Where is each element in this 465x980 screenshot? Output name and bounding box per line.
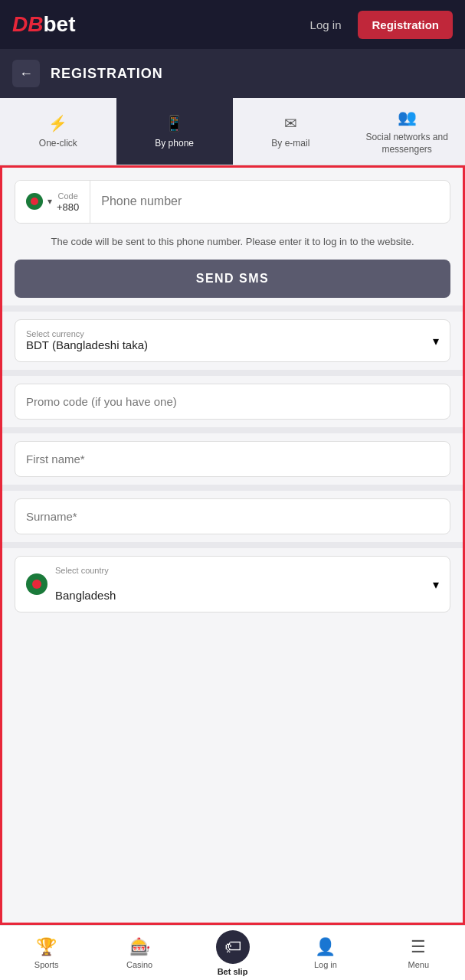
registration-form: ▾ Code +880 The code will be sent to thi…	[0, 165, 465, 925]
registration-button[interactable]: Registration	[358, 11, 453, 39]
nav-login[interactable]: 👤 Log in	[279, 926, 372, 980]
bottom-nav: 🏆 Sports 🎰 Casino 🏷 Bet slip 👤 Log in ☰ …	[0, 925, 465, 980]
tab-social[interactable]: 👥 Social networks and messengers	[349, 98, 465, 165]
divider-1	[2, 305, 463, 312]
phone-input[interactable]	[90, 181, 450, 223]
login-button[interactable]: Log in	[301, 14, 351, 36]
phone-row: ▾ Code +880	[15, 180, 450, 224]
currency-chevron-icon: ▾	[433, 334, 439, 348]
country-select[interactable]: Select country Bangladesh ▾	[15, 556, 450, 612]
surname-input[interactable]	[15, 498, 450, 534]
menu-icon: ☰	[411, 937, 426, 957]
page-title: REGISTRATION	[51, 66, 163, 82]
nav-casino-label: Casino	[126, 960, 152, 969]
casino-icon: 🎰	[129, 937, 150, 957]
nav-bet-slip-label: Bet slip	[218, 967, 248, 976]
country-code-value: +880	[57, 201, 79, 213]
bet-slip-icon: 🏷	[224, 937, 241, 957]
code-label: Code	[58, 191, 78, 201]
send-sms-button[interactable]: SEND SMS	[15, 260, 450, 298]
divider-2	[2, 370, 463, 376]
tab-by-phone[interactable]: 📱 By phone	[116, 98, 233, 165]
currency-select[interactable]: Select currency BDT (Bangladeshi taka) ▾	[15, 319, 450, 362]
logo-bet: bet	[43, 12, 75, 37]
bangladesh-flag	[26, 193, 43, 210]
header-actions: Log in Registration	[301, 11, 453, 39]
email-icon: ✉	[284, 113, 297, 133]
phone-icon: 📱	[165, 113, 184, 133]
lightning-icon: ⚡	[48, 113, 67, 133]
country-label: Select country	[55, 566, 425, 575]
user-icon: 👤	[315, 937, 336, 957]
nav-sports[interactable]: 🏆 Sports	[0, 926, 93, 980]
nav-sports-label: Sports	[34, 960, 59, 969]
logo-db: DB	[12, 12, 43, 37]
first-name-input[interactable]	[15, 441, 450, 477]
nav-menu[interactable]: ☰ Menu	[372, 926, 465, 980]
nav-login-label: Log in	[314, 960, 337, 969]
header: DBbet Log in Registration	[0, 0, 465, 49]
currency-value: BDT (Bangladeshi taka)	[26, 338, 148, 351]
sms-hint-text: The code will be sent to this phone numb…	[15, 231, 450, 253]
chevron-down-icon: ▾	[47, 196, 52, 207]
registration-title-bar: ← REGISTRATION	[0, 49, 465, 98]
nav-bet-slip[interactable]: 🏷 Bet slip	[186, 926, 279, 980]
trophy-icon: 🏆	[36, 937, 57, 957]
country-code-button[interactable]: ▾ Code +880	[15, 181, 90, 223]
promo-code-input[interactable]	[15, 384, 450, 420]
logo: DBbet	[12, 12, 75, 37]
tab-by-phone-label: By phone	[155, 138, 194, 150]
country-value: Bangladesh	[55, 589, 116, 602]
divider-5	[2, 542, 463, 548]
tab-bar: ⚡ One-click 📱 By phone ✉ By e-mail 👥 Soc…	[0, 98, 465, 165]
social-icon: 👥	[398, 107, 417, 127]
divider-3	[2, 427, 463, 433]
tab-by-email-label: By e-mail	[271, 138, 309, 150]
divider-4	[2, 485, 463, 491]
back-button[interactable]: ←	[12, 60, 40, 87]
tab-one-click[interactable]: ⚡ One-click	[0, 98, 116, 165]
nav-menu-label: Menu	[408, 960, 430, 969]
currency-label: Select currency	[26, 329, 433, 338]
tab-by-email[interactable]: ✉ By e-mail	[233, 98, 349, 165]
country-chevron-icon: ▾	[433, 577, 439, 592]
tab-social-label: Social networks and messengers	[353, 132, 460, 155]
country-flag	[26, 573, 47, 595]
tab-one-click-label: One-click	[39, 138, 77, 150]
nav-casino[interactable]: 🎰 Casino	[93, 926, 185, 980]
